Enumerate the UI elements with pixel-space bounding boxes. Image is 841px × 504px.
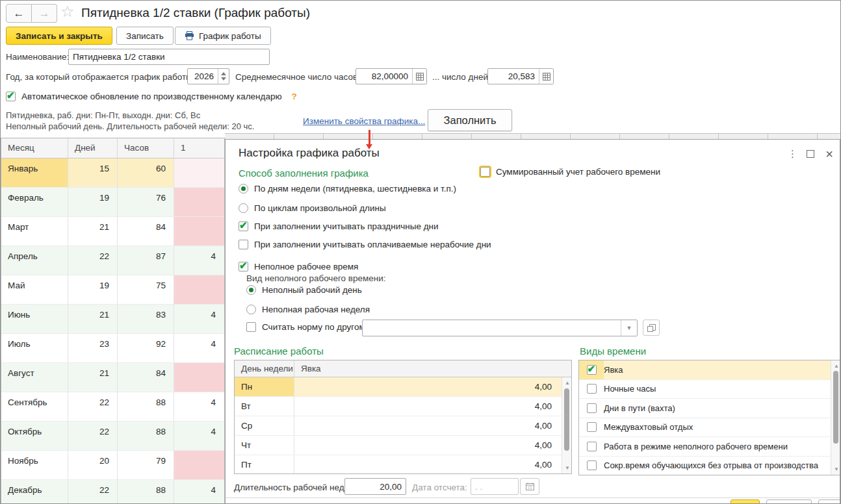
checkbox[interactable] <box>587 442 597 451</box>
hours-cell[interactable]: 75 <box>118 275 174 305</box>
months-row-Сентябрь[interactable]: Сентябрь22884 <box>1 392 224 422</box>
month-cell[interactable]: Январь <box>1 158 68 188</box>
spinner-down-icon[interactable] <box>221 77 226 81</box>
day1-cell[interactable]: 4 <box>174 246 224 275</box>
months-row-Январь[interactable]: Январь1560 <box>1 158 224 188</box>
hours-cell[interactable]: 88 <box>118 480 174 504</box>
days-cell[interactable]: 23 <box>68 334 118 363</box>
day1-cell[interactable] <box>174 217 224 246</box>
checkbox[interactable] <box>239 262 248 271</box>
start-date-input[interactable]: . . <box>471 478 519 495</box>
schedule-row-Вт[interactable]: Вт4,00 <box>235 397 571 416</box>
avg-hours-input[interactable]: 82,00000 <box>356 68 427 84</box>
maximize-icon[interactable] <box>807 150 814 158</box>
time-type-row[interactable]: Явка <box>579 360 840 380</box>
checkbox[interactable] <box>587 384 597 394</box>
column-header-days[interactable]: Дней <box>68 138 118 158</box>
hours-cell[interactable]: 87 <box>118 246 174 275</box>
hours-cell[interactable]: 83 <box>118 305 174 334</box>
column-header-day1[interactable]: 1 <box>174 138 224 158</box>
month-cell[interactable]: Июнь <box>1 305 68 334</box>
time-types-list[interactable]: ЯвкаНочные часыДни в пути (вахта)Междува… <box>578 360 840 475</box>
weekday-cell[interactable]: Чт <box>235 436 294 455</box>
attendance-cell[interactable]: 4,00 <box>294 397 571 416</box>
schedule-row-Чт[interactable]: Чт4,00 <box>235 436 571 455</box>
months-row-Июнь[interactable]: Июнь21834 <box>1 305 224 334</box>
checkbox[interactable] <box>239 221 248 231</box>
checkbox-consider-holidays[interactable]: При заполнении учитывать праздничные дни <box>239 221 439 231</box>
column-header-weekday[interactable]: День недели <box>235 360 294 377</box>
time-type-row[interactable]: Работа в режиме неполного рабочего време… <box>579 437 840 457</box>
months-row-Февраль[interactable]: Февраль1976 <box>1 188 224 217</box>
hours-cell[interactable]: 92 <box>118 334 174 363</box>
fill-button[interactable]: Заполнить <box>428 109 512 131</box>
radio-part-day[interactable]: Неполный рабочий день <box>246 285 362 295</box>
auto-update-checkbox[interactable]: Автоматическое обновление по производств… <box>6 92 297 101</box>
day1-cell[interactable]: 4 <box>174 480 224 504</box>
calculator-button[interactable] <box>539 69 553 84</box>
days-cell[interactable]: 15 <box>68 158 118 188</box>
scrollbar-thumb[interactable] <box>833 371 838 444</box>
days-cell[interactable]: 19 <box>68 188 118 217</box>
month-cell[interactable]: Март <box>1 217 68 246</box>
months-row-Апрель[interactable]: Апрель22874 <box>1 246 224 275</box>
days-cell[interactable]: 21 <box>68 363 118 392</box>
radio[interactable] <box>239 184 248 194</box>
column-header-attendance[interactable]: Явка <box>294 360 571 377</box>
schedule-row-Пт[interactable]: Пт4,00 <box>235 455 571 474</box>
kebab-menu-icon[interactable]: ⋮ <box>788 148 797 160</box>
weekday-cell[interactable]: Вт <box>235 397 294 416</box>
scroll-down-icon[interactable]: ▼ <box>565 465 570 471</box>
day1-cell[interactable] <box>174 363 224 392</box>
hours-cell[interactable]: 84 <box>118 217 174 246</box>
checkbox-part-time[interactable]: Неполное рабочее время <box>239 262 358 271</box>
time-type-row[interactable]: Ночные часы <box>579 380 840 399</box>
days-cell[interactable]: 22 <box>68 392 118 422</box>
column-header-hours[interactable]: Часов <box>118 138 174 158</box>
save-button[interactable]: Записать <box>116 27 174 45</box>
day1-cell[interactable]: 4 <box>174 392 224 422</box>
change-properties-link[interactable]: Изменить свойства графика... <box>303 116 425 126</box>
dialog-secondary-button[interactable] <box>766 499 812 504</box>
hours-cell[interactable]: 84 <box>118 363 174 392</box>
day1-cell[interactable]: 4 <box>174 422 224 451</box>
day1-cell[interactable] <box>174 451 224 480</box>
open-schedule-button[interactable] <box>643 320 660 336</box>
days-cell[interactable]: 20 <box>68 451 118 480</box>
week-length-input[interactable]: 20,00 <box>344 478 406 495</box>
time-type-checkbox-cell[interactable] <box>579 437 604 456</box>
save-and-close-button[interactable]: Записать и закрыть <box>6 27 112 45</box>
hours-cell[interactable]: 88 <box>118 422 174 451</box>
year-stepper[interactable] <box>218 69 229 84</box>
schedule-row-Ср[interactable]: Ср4,00 <box>235 416 571 436</box>
weekday-cell[interactable]: Пн <box>235 377 294 396</box>
radio[interactable] <box>246 305 256 314</box>
days-cell[interactable]: 22 <box>68 422 118 451</box>
hours-cell[interactable]: 76 <box>118 188 174 217</box>
day1-cell[interactable]: 4 <box>174 305 224 334</box>
months-row-Март[interactable]: Март2184 <box>1 217 224 246</box>
attendance-cell[interactable]: 4,00 <box>294 416 571 435</box>
time-type-row[interactable]: Междувахтовый отдых <box>579 418 840 438</box>
months-table[interactable]: Месяц Дней Часов 1 Январь1560Февраль1976… <box>1 138 225 504</box>
attendance-cell[interactable]: 4,00 <box>294 436 571 455</box>
weekday-cell[interactable]: Ср <box>235 416 294 435</box>
day1-cell[interactable]: 4 <box>174 334 224 363</box>
column-header-month[interactable]: Месяц <box>1 138 68 158</box>
month-cell[interactable]: Декабрь <box>1 480 68 504</box>
hours-cell[interactable]: 88 <box>118 392 174 422</box>
month-cell[interactable]: Октябрь <box>1 422 68 451</box>
calculator-button[interactable] <box>412 69 426 84</box>
avg-days-input[interactable]: 20,583 <box>487 68 554 84</box>
months-row-Декабрь[interactable]: Декабрь22884 <box>1 480 224 504</box>
month-cell[interactable]: Сентябрь <box>1 392 68 422</box>
close-icon[interactable]: × <box>824 149 835 158</box>
time-type-checkbox-cell[interactable] <box>579 380 604 399</box>
checkbox[interactable] <box>587 422 597 432</box>
months-row-Май[interactable]: Май1975 <box>1 275 224 305</box>
print-schedule-button[interactable]: График работы <box>175 27 271 45</box>
months-row-Ноябрь[interactable]: Ноябрь2079 <box>1 451 224 480</box>
months-row-Октябрь[interactable]: Октябрь22884 <box>1 422 224 451</box>
day1-cell[interactable] <box>174 275 224 305</box>
dialog-help-button[interactable] <box>818 499 840 504</box>
